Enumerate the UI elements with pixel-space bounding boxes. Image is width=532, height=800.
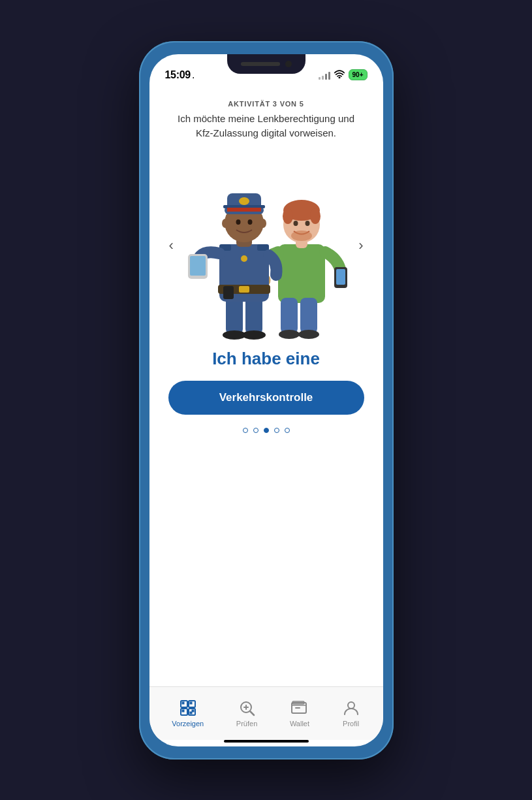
status-icons: 90+ [319, 69, 368, 80]
wallet-label: Wallet [290, 720, 309, 728]
status-dot: . [192, 69, 195, 81]
activity-description: Ich möchte meine Lenkberechtigung und Kf… [163, 112, 370, 141]
home-indicator [224, 740, 309, 743]
wifi-icon [334, 70, 345, 80]
progress-dots [243, 428, 290, 433]
svg-rect-24 [239, 286, 249, 293]
camera-dot [285, 61, 292, 67]
profil-label: Profil [343, 720, 359, 728]
svg-line-52 [250, 711, 254, 715]
vorzeigen-label: Vorzeigen [172, 720, 204, 728]
svg-point-40 [222, 219, 228, 228]
nav-item-profil[interactable]: Profil [336, 695, 367, 731]
battery-badge: 90+ [349, 69, 368, 80]
svg-point-16 [279, 330, 300, 339]
svg-rect-47 [182, 710, 184, 712]
nav-item-vorzeigen[interactable]: Vorzeigen [165, 695, 210, 731]
svg-point-0 [339, 77, 339, 78]
svg-point-21 [242, 330, 266, 340]
pruefen-icon [238, 699, 256, 717]
signal-icon [319, 71, 330, 80]
notch-pill [241, 62, 280, 66]
svg-point-41 [260, 219, 266, 228]
notch [227, 54, 305, 74]
svg-rect-15 [300, 298, 317, 334]
svg-rect-46 [182, 702, 184, 704]
dot-1[interactable] [243, 428, 248, 433]
phone-screen: 15:09 . 90+ AKTIVIT [149, 54, 383, 746]
dot-3[interactable] [264, 428, 269, 433]
prev-arrow[interactable]: ‹ [163, 231, 180, 261]
dot-4[interactable] [274, 428, 279, 433]
phone-frame: 15:09 . 90+ AKTIVIT [139, 41, 394, 760]
svg-rect-14 [281, 298, 298, 334]
svg-point-28 [241, 255, 247, 262]
svg-rect-19 [245, 296, 262, 334]
svg-point-59 [348, 702, 354, 709]
nav-item-wallet[interactable]: Wallet [283, 695, 316, 731]
svg-rect-13 [336, 269, 345, 285]
svg-rect-18 [226, 296, 243, 334]
svg-point-37 [239, 197, 249, 205]
svg-point-39 [247, 219, 252, 225]
main-content: AKTIVITÄT 3 VON 5 Ich möchte meine Lenkb… [149, 87, 383, 686]
svg-rect-25 [223, 286, 234, 299]
svg-point-38 [236, 219, 240, 225]
svg-rect-36 [227, 208, 261, 212]
illustration-svg [181, 148, 351, 344]
svg-point-17 [298, 330, 319, 339]
bottom-nav: Vorzeigen Prüfen [149, 686, 383, 740]
svg-point-9 [291, 231, 312, 241]
svg-rect-48 [190, 702, 192, 704]
svg-point-8 [305, 221, 309, 226]
status-time: 15:09 [165, 69, 191, 81]
dot-2[interactable] [253, 428, 258, 433]
action-button[interactable]: Verkehrskontrolle [168, 381, 364, 415]
profil-icon [342, 699, 360, 717]
svg-rect-1 [278, 244, 325, 303]
wallet-icon [290, 699, 309, 717]
activity-label: AKTIVITÄT 3 VON 5 [228, 100, 304, 108]
vorzeigen-icon [179, 699, 197, 717]
svg-point-7 [293, 221, 298, 226]
svg-rect-50 [190, 712, 192, 714]
svg-point-6 [310, 208, 321, 224]
pruefen-label: Prüfen [236, 720, 257, 728]
scenario-text: Ich habe eine [212, 349, 320, 369]
illustration-container: ‹ [163, 148, 370, 344]
dot-5[interactable] [285, 428, 290, 433]
svg-rect-30 [190, 256, 206, 276]
svg-point-5 [283, 208, 293, 224]
nav-item-pruefen[interactable]: Prüfen [230, 695, 264, 731]
next-arrow[interactable]: › [352, 231, 369, 261]
